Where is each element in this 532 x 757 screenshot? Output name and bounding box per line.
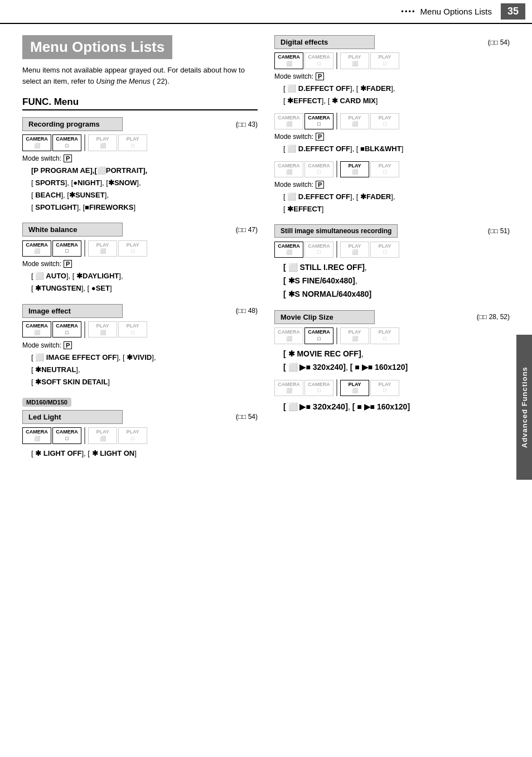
top-bar: •••• Menu Options Lists 35 bbox=[0, 0, 532, 24]
camera-active-2: CAMERA□ bbox=[52, 134, 81, 151]
p-box-wb: P bbox=[64, 260, 72, 268]
divider-wb bbox=[84, 240, 85, 257]
section-image-effect: Image effect (□□ 48) CAMERA⬜ CAMERA□ PLA… bbox=[22, 304, 258, 388]
p-box-de-1: P bbox=[316, 73, 324, 80]
still-image-options: [ ⬜ STILL I.REC OFF], [ ✱S FINE/640x480]… bbox=[283, 261, 510, 301]
section-recording-programs: Recording programs (□□ 43) CAMERA⬜ CAMER… bbox=[22, 117, 258, 214]
section-title-row-ie: Image effect (□□ 48) bbox=[22, 304, 258, 318]
divider-ie bbox=[84, 321, 85, 338]
play-de-1b: PLAY□ bbox=[370, 52, 399, 69]
section-label-digital-effects: Digital effects bbox=[274, 35, 375, 49]
section-label-recording-programs: Recording programs bbox=[22, 117, 123, 131]
camera-wb-1: CAMERA⬜ bbox=[22, 240, 51, 257]
cam-play-row-mc-2: CAMERA⬜ CAMERA□ PLAY⬜ PLAY□ bbox=[274, 379, 510, 396]
movie-clip-options-1: [ ✱ MOVIE REC OFF], [ ⬜ ▶■ 320x240], [ ■… bbox=[283, 348, 510, 374]
page-title: Menu Options Lists bbox=[22, 35, 172, 59]
divider-si bbox=[336, 241, 337, 258]
section-label-white-balance: White balance bbox=[22, 223, 123, 237]
p-box-de-3: P bbox=[316, 181, 324, 189]
camera-de-1a: CAMERA⬜ bbox=[274, 52, 303, 69]
recording-programs-options: [P PROGRAM AE],[⬜PORTRAIT], [ SPORTS], [… bbox=[31, 165, 258, 214]
camera-active-1: CAMERA⬜ bbox=[22, 134, 51, 151]
mode-switch-de-3: Mode switch: P bbox=[274, 181, 510, 189]
camera-de-2a: CAMERA⬜ bbox=[274, 113, 303, 129]
divider-de-3 bbox=[336, 161, 337, 177]
section-ref-digital-effects: (□□ 54) bbox=[488, 38, 510, 46]
play-si-1: PLAY⬜ bbox=[340, 242, 369, 258]
cam-play-row-de-3: CAMERA⬜ CAMERA□ PLAY⬜ PLAY□ bbox=[274, 161, 510, 177]
side-label: Advanced Functions bbox=[516, 335, 532, 480]
camera-ie-2: CAMERA□ bbox=[52, 321, 81, 337]
p-box-de-2: P bbox=[316, 133, 324, 141]
camera-led-2: CAMERA□ bbox=[52, 427, 81, 443]
section-ref-recording-programs: (□□ 43) bbox=[236, 120, 258, 128]
p-box-ie: P bbox=[64, 341, 72, 349]
camera-de-1b: CAMERA□ bbox=[304, 52, 333, 69]
cam-play-row-wb: CAMERA⬜ CAMERA□ PLAY⬜ PLAY□ bbox=[22, 240, 258, 257]
white-balance-options: [ ⬜ AUTO], [ ✱DAYLIGHT], [ ✱TUNGSTEN], [… bbox=[31, 270, 258, 295]
main-layout: Menu Options Lists Menu items not availa… bbox=[0, 24, 532, 480]
digital-effects-options-2: [ ⬜ D.EFFECT OFF], [ ■BLK&WHT] bbox=[283, 143, 510, 155]
section-label-still-image: Still image simultaneous recording bbox=[274, 224, 398, 238]
section-still-image: Still image simultaneous recording (□□ 5… bbox=[274, 224, 510, 301]
section-ref-image-effect: (□□ 48) bbox=[236, 307, 258, 315]
page-intro: Menu items not available appear grayed o… bbox=[22, 65, 258, 86]
camera-de-3a: CAMERA⬜ bbox=[274, 161, 303, 177]
play-mc-1a: PLAY⬜ bbox=[340, 327, 369, 344]
play-de-1a: PLAY⬜ bbox=[340, 52, 369, 69]
section-white-balance: White balance (□□ 47) CAMERA⬜ CAMERA□ PL… bbox=[22, 223, 258, 295]
section-label-movie-clip: Movie Clip Size bbox=[274, 310, 375, 324]
camera-mc-1b: CAMERA□ bbox=[304, 327, 333, 344]
section-ref-still-image: (□□ 51) bbox=[488, 227, 510, 235]
play-led-1: PLAY⬜ bbox=[88, 427, 117, 443]
play-led-2: PLAY□ bbox=[118, 427, 147, 443]
play-wb-1: PLAY⬜ bbox=[88, 240, 117, 257]
section-ref-movie-clip: (□□ 28, 52) bbox=[477, 313, 510, 321]
camera-wb-2: CAMERA□ bbox=[52, 240, 81, 257]
divider-de-2 bbox=[336, 113, 337, 129]
section-ref-white-balance: (□□ 47) bbox=[236, 226, 258, 234]
page-number: 35 bbox=[501, 3, 525, 20]
camera-mc-2a: CAMERA⬜ bbox=[274, 380, 303, 396]
play-inactive-2: PLAY□ bbox=[118, 134, 147, 151]
section-title-row-de: Digital effects (□□ 54) bbox=[274, 35, 510, 49]
movie-clip-options-2: [ ⬜ ▶■ 320x240], [ ■ ▶■ 160x120] bbox=[283, 399, 510, 414]
camera-si-2: CAMERA□ bbox=[304, 242, 333, 258]
top-bar-title: Menu Options Lists bbox=[420, 7, 492, 16]
cam-play-row-ie: CAMERA⬜ CAMERA□ PLAY⬜ PLAY□ bbox=[22, 321, 258, 338]
section-title-row-mc: Movie Clip Size (□□ 28, 52) bbox=[274, 310, 510, 324]
digital-effects-options-3: [ ⬜ D.EFFECT OFF], [ ✱FADER], [ ✱EFFECT] bbox=[283, 191, 510, 215]
cam-play-row-de-1: CAMERA⬜ CAMERA□ PLAY⬜ PLAY□ bbox=[274, 52, 510, 69]
play-ie-1: PLAY⬜ bbox=[88, 321, 117, 337]
right-column: Digital effects (□□ 54) CAMERA⬜ CAMERA□ … bbox=[274, 35, 510, 469]
section-label-image-effect: Image effect bbox=[22, 304, 123, 318]
camera-de-3b: CAMERA□ bbox=[304, 161, 333, 177]
play-de-2a: PLAY⬜ bbox=[340, 113, 369, 129]
play-inactive-1: PLAY⬜ bbox=[88, 134, 117, 151]
section-ref-led: (□□ 54) bbox=[236, 413, 258, 421]
cam-play-row: CAMERA⬜ CAMERA□ PLAY⬜ PLAY□ bbox=[22, 134, 258, 151]
image-effect-options: [ ⬜ IMAGE EFFECT OFF], [ ✱VIVID], [ ✱NEU… bbox=[31, 351, 258, 388]
p-box: P bbox=[64, 155, 72, 162]
section-label-led: Led Light bbox=[22, 410, 123, 424]
camera-mc-2b: CAMERA□ bbox=[304, 380, 333, 396]
cam-play-row-mc-1: CAMERA⬜ CAMERA□ PLAY⬜ PLAY□ bbox=[274, 327, 510, 344]
mode-switch-de-2: Mode switch: P bbox=[274, 133, 510, 141]
play-de-3b: PLAY□ bbox=[370, 161, 399, 177]
divider-mc-2 bbox=[336, 379, 337, 396]
md-badge: MD160/MD150 bbox=[22, 398, 71, 407]
func-menu-heading: FUNC. Menu bbox=[22, 97, 258, 110]
divider-de-1 bbox=[336, 52, 337, 69]
divider bbox=[84, 134, 85, 151]
section-title-row-si: Still image simultaneous recording (□□ 5… bbox=[274, 224, 510, 238]
mode-switch-label-wb: Mode switch: P bbox=[22, 260, 258, 268]
play-ie-2: PLAY□ bbox=[118, 321, 147, 337]
camera-si-1: CAMERA⬜ bbox=[274, 242, 303, 258]
camera-mc-1a: CAMERA⬜ bbox=[274, 327, 303, 344]
section-title-row: Recording programs (□□ 43) bbox=[22, 117, 258, 131]
mode-switch-label-ie: Mode switch: P bbox=[22, 341, 258, 349]
left-column: Menu Options Lists Menu items not availa… bbox=[22, 35, 258, 469]
camera-led-1: CAMERA⬜ bbox=[22, 427, 51, 443]
led-light-options: [ ✱ LIGHT OFF], [ ✱ LIGHT ON] bbox=[31, 447, 258, 460]
section-title-row-wb: White balance (□□ 47) bbox=[22, 223, 258, 237]
